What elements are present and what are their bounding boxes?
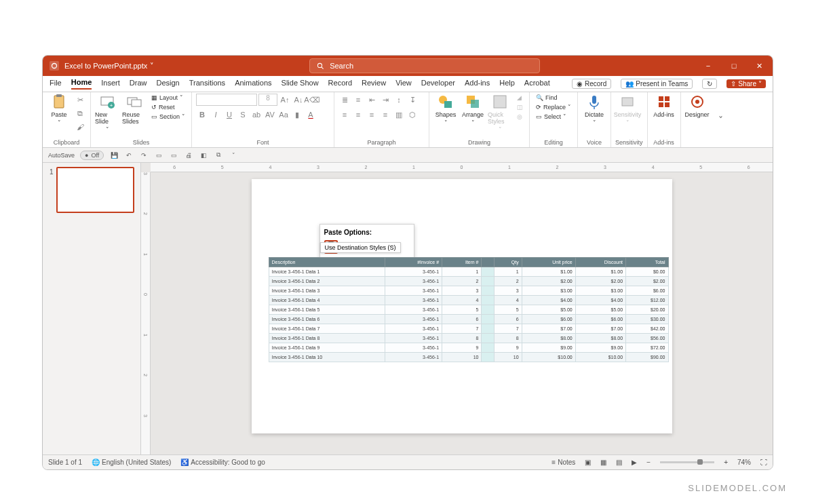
table-cell[interactable]: $1.00 <box>575 267 625 277</box>
new-slide-button[interactable]: + New Slide˅ <box>95 94 119 133</box>
embedded-table[interactable]: Description#Invoice #Item #QtyUnit price… <box>269 257 669 362</box>
table-cell[interactable]: 2 <box>442 277 482 286</box>
view-sorter-button[interactable]: ▦ <box>600 459 606 466</box>
table-row[interactable]: Invoice 3-456-1 Data 63-456-166$6.00$6.0… <box>269 315 668 324</box>
redo-button[interactable]: ↷ <box>139 151 149 160</box>
find-button[interactable]: 🔍 Find <box>534 94 573 102</box>
table-cell[interactable]: Invoice 3-456-1 Data 4 <box>269 296 385 305</box>
tab-review[interactable]: Review <box>362 79 386 89</box>
tab-draw[interactable]: Draw <box>130 79 147 89</box>
smartart-button[interactable]: ⬡ <box>406 109 419 121</box>
table-row[interactable]: Invoice 3-456-1 Data 83-456-188$8.00$8.0… <box>269 334 668 343</box>
table-cell[interactable]: 3-456-1 <box>385 334 442 343</box>
catchup-button[interactable]: ↻ <box>702 79 717 89</box>
justify-button[interactable]: ≡ <box>379 109 391 121</box>
paste-button[interactable]: Paste˅ <box>47 94 71 126</box>
dictate-button[interactable]: Dictate˅ <box>582 94 606 126</box>
minimize-button[interactable]: − <box>695 56 721 76</box>
table-cell[interactable]: $72.00 <box>626 343 668 353</box>
table-cell[interactable]: 4 <box>494 296 522 305</box>
table-cell[interactable]: $3.00 <box>522 286 575 296</box>
table-cell[interactable]: $5.00 <box>575 305 625 315</box>
save-button[interactable]: 💾 <box>109 151 119 160</box>
shadow-button[interactable]: ab <box>250 109 263 121</box>
strike-button[interactable]: S <box>237 109 249 121</box>
table-row[interactable]: Invoice 3-456-1 Data 53-456-155$5.00$5.0… <box>269 305 668 315</box>
table-cell[interactable] <box>482 286 494 296</box>
table-cell[interactable]: 5 <box>494 305 522 315</box>
status-accessibility[interactable]: ♿ Accessibility: Good to go <box>180 459 265 466</box>
table-cell[interactable]: 5 <box>442 305 482 315</box>
tab-addins[interactable]: Add-ins <box>465 79 490 89</box>
table-cell[interactable]: $9.00 <box>522 343 575 353</box>
table-cell[interactable]: $6.00 <box>626 286 668 296</box>
table-cell[interactable]: 9 <box>442 343 482 353</box>
table-cell[interactable]: Invoice 3-456-1 Data 8 <box>269 334 385 343</box>
indent-dec-button[interactable]: ⇤ <box>366 94 378 106</box>
quick-styles-button[interactable]: Quick Styles˅ <box>488 94 512 133</box>
table-cell[interactable]: Invoice 3-456-1 Data 1 <box>269 267 385 277</box>
table-cell[interactable]: $2.00 <box>575 277 625 286</box>
table-cell[interactable]: $5.00 <box>522 305 575 315</box>
table-cell[interactable]: $6.00 <box>575 315 625 324</box>
align-left-button[interactable]: ≡ <box>338 109 351 121</box>
table-cell[interactable]: $30.00 <box>626 315 668 324</box>
table-cell[interactable]: $0.00 <box>626 267 668 277</box>
copy-button[interactable]: ⧉ <box>74 107 86 119</box>
table-cell[interactable]: $10.00 <box>575 353 625 362</box>
align-right-button[interactable]: ≡ <box>366 109 378 121</box>
document-title[interactable]: Excel to PowerPoint.pptx ˅ <box>64 62 154 71</box>
reuse-slides-button[interactable]: Reuse Slides <box>122 94 147 125</box>
layout-button[interactable]: ▦ Layout ˅ <box>149 94 187 102</box>
table-cell[interactable]: $3.00 <box>575 286 625 296</box>
font-color-button[interactable]: A <box>305 109 317 121</box>
shape-fill-button[interactable]: ◢ <box>515 94 525 102</box>
view-slideshow-button[interactable]: ▶ <box>632 459 637 466</box>
maximize-button[interactable]: □ <box>721 56 747 76</box>
table-cell[interactable]: 3-456-1 <box>385 324 442 334</box>
indent-inc-button[interactable]: ⇥ <box>379 94 391 106</box>
table-cell[interactable]: 10 <box>494 353 522 362</box>
qat-icon-4[interactable]: ⧉ <box>214 151 223 160</box>
slide-1[interactable]: Paste Options: A Use Destination Styles <box>252 179 672 433</box>
table-cell[interactable] <box>482 343 494 353</box>
table-cell[interactable]: Invoice 3-456-1 Data 9 <box>269 343 385 353</box>
table-cell[interactable]: 8 <box>494 334 522 343</box>
table-cell[interactable]: $7.00 <box>522 324 575 334</box>
qat-icon-2[interactable]: ▭ <box>169 151 178 160</box>
table-row[interactable]: Invoice 3-456-1 Data 33-456-133$3.00$3.0… <box>269 286 668 296</box>
tab-design[interactable]: Design <box>156 79 179 89</box>
table-row[interactable]: Invoice 3-456-1 Data 13-456-111$1.00$1.0… <box>269 267 668 277</box>
tab-acrobat[interactable]: Acrobat <box>524 79 550 89</box>
undo-button[interactable]: ↶ <box>124 151 134 160</box>
table-cell[interactable]: 2 <box>494 277 522 286</box>
table-cell[interactable]: $8.00 <box>575 334 625 343</box>
columns-button[interactable]: ▥ <box>393 109 405 121</box>
table-cell[interactable]: 8 <box>442 334 482 343</box>
designer-button[interactable]: Designer <box>685 94 710 118</box>
tab-file[interactable]: File <box>50 79 62 89</box>
underline-button[interactable]: U <box>223 109 235 121</box>
table-cell[interactable] <box>482 324 494 334</box>
view-normal-button[interactable]: ▣ <box>585 459 591 466</box>
addins-button[interactable]: Add-ins <box>652 94 676 118</box>
table-row[interactable]: Invoice 3-456-1 Data 73-456-177$7.00$7.0… <box>269 324 668 334</box>
spacing-button[interactable]: AV <box>264 109 276 121</box>
font-family-select[interactable] <box>196 94 257 106</box>
highlight-button[interactable]: ▮ <box>291 109 303 121</box>
table-cell[interactable]: 3-456-1 <box>385 315 442 324</box>
table-row[interactable]: Invoice 3-456-1 Data 93-456-199$9.00$9.0… <box>269 343 668 353</box>
table-cell[interactable]: 6 <box>442 315 482 324</box>
fit-button[interactable]: ⛶ <box>760 459 767 466</box>
record-button[interactable]: ◉ Record <box>572 79 611 89</box>
case-button[interactable]: Aa <box>277 109 290 121</box>
shape-outline-button[interactable]: ◫ <box>515 103 525 111</box>
table-cell[interactable]: Invoice 3-456-1 Data 5 <box>269 305 385 315</box>
table-cell[interactable] <box>482 277 494 286</box>
search-input[interactable]: Search <box>309 58 540 73</box>
tab-slideshow[interactable]: Slide Show <box>282 79 319 89</box>
table-row[interactable]: Invoice 3-456-1 Data 23-456-122$2.00$2.0… <box>269 277 668 286</box>
table-cell[interactable] <box>482 267 494 277</box>
shapes-button[interactable]: Shapes˅ <box>433 94 458 126</box>
zoom-in-button[interactable]: + <box>724 459 728 466</box>
